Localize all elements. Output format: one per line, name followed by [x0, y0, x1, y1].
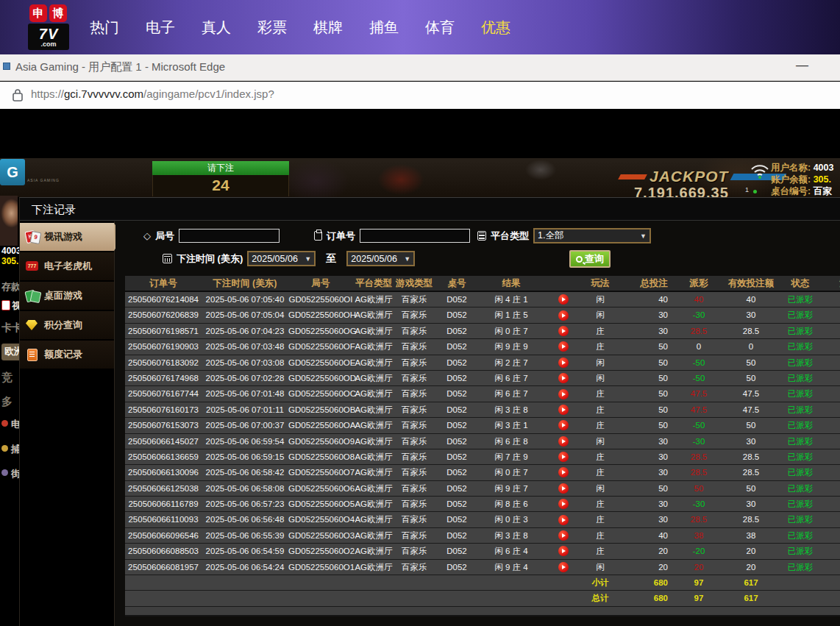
- background-text-fragment: 存款: [1, 280, 21, 294]
- nav-menu-item[interactable]: 优惠: [481, 18, 510, 38]
- round-cell: GD052255060OE: [288, 355, 353, 370]
- nav-menu-item[interactable]: 彩票: [257, 18, 287, 38]
- background-text-fragment: 竞: [1, 371, 13, 385]
- date-to-label: 至: [326, 252, 336, 266]
- play-button[interactable]: [558, 294, 569, 305]
- game-extra-cell: [821, 418, 840, 433]
- game-extra-cell: [821, 292, 840, 307]
- chevron-down-icon: ▼: [404, 255, 410, 263]
- status-cell: 已派彩: [780, 497, 821, 511]
- table-row: 250506076190903 2025-05-06 07:03:48 GD05…: [125, 339, 840, 355]
- table-header-cell: [543, 276, 584, 291]
- play-button[interactable]: [558, 358, 569, 368]
- order-cell: 250506076167744: [125, 386, 202, 401]
- sidebar-item[interactable]: 视讯游戏: [20, 223, 114, 251]
- play-icon: [562, 392, 566, 396]
- round-input[interactable]: [179, 229, 280, 243]
- table-row: 250506066116789 2025-05-06 06:57:23 GD05…: [125, 497, 840, 512]
- order-cell: 250506076174968: [125, 371, 202, 385]
- order-label: 订单号: [327, 230, 355, 243]
- play-button[interactable]: [558, 562, 569, 572]
- play-button[interactable]: [558, 436, 569, 447]
- play-button[interactable]: [558, 546, 569, 556]
- play-button[interactable]: [558, 530, 569, 541]
- result-cell: 闲 9 庄 4: [480, 560, 543, 575]
- table-header-cell: 总投注: [616, 276, 675, 291]
- total-bet-cell: 30: [616, 307, 675, 322]
- sidebar-item[interactable]: 额度记录: [20, 341, 114, 369]
- platform-cell: AG欧洲厅: [353, 292, 394, 307]
- game-extra-cell: [821, 324, 840, 338]
- play-button[interactable]: [558, 341, 569, 352]
- play-icon: [562, 423, 566, 427]
- nav-menu-item[interactable]: 真人: [202, 18, 231, 38]
- play-icon: [562, 565, 566, 569]
- sidebar-item[interactable]: 桌面游戏: [20, 282, 114, 310]
- table-number-cell: D052: [434, 560, 480, 575]
- nav-menu-item[interactable]: 棋牌: [313, 18, 343, 38]
- nav-menu-item[interactable]: 电子: [146, 18, 175, 38]
- order-input[interactable]: [360, 229, 470, 243]
- browser-urlbar[interactable]: https://gci.7vvvvvv.com/agingame/pcv1/in…: [0, 82, 840, 109]
- play-type-cell: 闲: [584, 434, 616, 449]
- game-extra-cell: [821, 449, 840, 464]
- table-row: 250506066125038 2025-05-06 06:58:08 GD05…: [125, 481, 840, 497]
- total-label: 总计: [584, 591, 616, 605]
- table-row: 250506066145027 2025-05-06 06:59:54 GD05…: [125, 434, 840, 449]
- replay-cell: [543, 449, 584, 464]
- casino-background: G ASIA GAMING 请下注 24 JACKPOT 7,191,669.3…: [0, 158, 840, 197]
- url-text[interactable]: https://gci.7vvvvvv.com/agingame/pcv1/in…: [31, 88, 274, 100]
- platform-select[interactable]: 1.全部 ▼: [533, 228, 651, 243]
- play-button[interactable]: [558, 405, 569, 415]
- play-button[interactable]: [558, 452, 569, 462]
- background-text-fragment: 捕: [1, 443, 21, 456]
- sidebar-item[interactable]: 积分查询: [20, 311, 114, 339]
- countdown-number: 24: [152, 175, 289, 196]
- account-balance-row: 账户余额: 305.: [771, 174, 833, 185]
- game-extra-cell: [821, 434, 840, 449]
- sidebar-item[interactable]: 电子老虎机: [20, 252, 114, 280]
- panel-content: ◇ 局号 订单号 平台类型 1.全部 ▼ 下注时间 (美东): [115, 221, 840, 626]
- round-cell: GD052255060OH: [288, 307, 353, 322]
- search-button[interactable]: 查询: [569, 250, 611, 268]
- platform-cell: AG欧洲厅: [353, 324, 394, 338]
- background-text-fragment: 视: [1, 299, 21, 313]
- play-button[interactable]: [558, 310, 569, 321]
- game-extra-cell: [821, 402, 840, 417]
- top-navbar: 申 博 7V .com 热门电子真人彩票棋牌捕鱼体育优惠: [0, 0, 840, 54]
- replay-cell: [543, 544, 584, 558]
- valid-bet-cell: 28.5: [722, 465, 780, 480]
- play-button[interactable]: [558, 420, 569, 430]
- play-icon: [562, 313, 566, 318]
- subtotal-bet: 680: [616, 575, 675, 590]
- replay-cell: [543, 512, 584, 527]
- result-cell: 闲 3 庄 8: [480, 402, 543, 417]
- panel-title: 下注记录: [20, 198, 840, 221]
- play-button[interactable]: [558, 467, 569, 477]
- game-extra-cell: [821, 386, 840, 401]
- total-bet-cell: 50: [616, 339, 675, 354]
- nav-menu-item[interactable]: 捕鱼: [369, 18, 399, 38]
- play-button[interactable]: [558, 515, 569, 525]
- game-type-cell: 百家乐: [394, 292, 434, 307]
- play-button[interactable]: [558, 326, 569, 336]
- result-cell: 闲 6 庄 8: [480, 434, 543, 449]
- table-number-cell: D052: [434, 465, 480, 480]
- play-icon: [562, 518, 566, 522]
- time-cell: 2025-05-06 06:56:48: [202, 512, 288, 527]
- date-to-select[interactable]: 2025/05/06 ▼: [346, 251, 415, 266]
- play-button[interactable]: [558, 373, 569, 383]
- play-button[interactable]: [558, 483, 569, 494]
- jackpot-label: JACKPOT: [649, 168, 728, 185]
- minimize-button[interactable]: —: [796, 58, 808, 73]
- platform-cell: AG欧洲厅: [353, 497, 394, 511]
- round-cell: GD052255060O8: [288, 449, 353, 464]
- date-from-select[interactable]: 2025/05/06 ▼: [247, 251, 316, 266]
- platform-cell: AG欧洲厅: [353, 465, 394, 480]
- payout-cell: 28.5: [675, 512, 722, 527]
- nav-menu-item[interactable]: 热门: [90, 18, 119, 38]
- nav-menu-item[interactable]: 体育: [425, 18, 455, 38]
- play-button[interactable]: [558, 499, 569, 509]
- round-cell: GD052255060O9: [288, 434, 353, 449]
- play-button[interactable]: [558, 389, 569, 399]
